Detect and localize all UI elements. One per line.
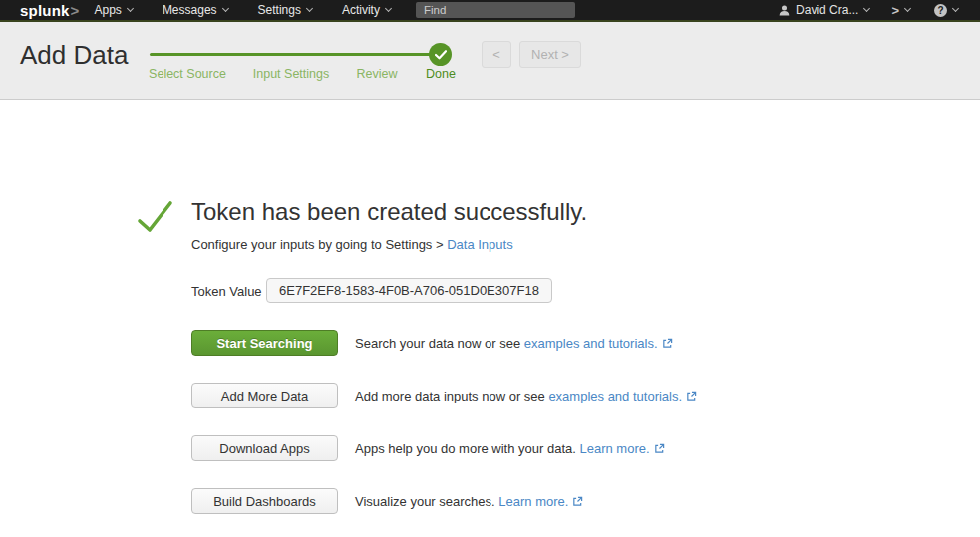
chevron-down-icon — [222, 5, 229, 12]
chevron-down-icon — [127, 5, 134, 12]
back-button[interactable]: < — [482, 41, 511, 68]
link-label: Learn more. — [498, 494, 568, 509]
action-description: Apps help you do more with your data. Le… — [355, 441, 665, 456]
nav-menu-activity-label: Activity — [342, 3, 380, 17]
examples-tutorials-link[interactable]: examples and tutorials. — [524, 336, 673, 351]
token-value-text: 6E7F2EF8-1583-4F0B-A706-051D0E307F18 — [279, 283, 539, 298]
user-menu[interactable]: David Cra... — [768, 3, 879, 17]
stepper-done-node — [429, 43, 452, 66]
learn-more-link[interactable]: Learn more. — [498, 494, 583, 509]
step-review[interactable]: Review — [357, 67, 398, 81]
help-icon: ? — [934, 4, 947, 17]
action-description: Search your data now or see examples and… — [355, 336, 673, 351]
link-label: Learn more. — [579, 441, 649, 456]
find-search-input[interactable] — [416, 2, 575, 18]
action-description-text: Add more data inputs now or see — [355, 389, 548, 403]
quick-links-menu[interactable]: > — [879, 3, 922, 18]
user-name: David Cra... — [796, 3, 858, 17]
nav-menu-settings-label: Settings — [258, 3, 301, 17]
data-inputs-link[interactable]: Data Inputs — [447, 237, 513, 252]
external-link-icon — [662, 338, 673, 349]
token-value-label: Token Value — [191, 284, 262, 299]
chevron-down-icon — [952, 5, 959, 12]
action-description: Add more data inputs now or see examples… — [355, 389, 697, 403]
user-icon — [778, 4, 791, 17]
step-input-settings[interactable]: Input Settings — [253, 67, 329, 81]
external-link-icon — [572, 496, 583, 507]
add-more-data-button[interactable]: Add More Data — [191, 383, 338, 408]
chevron-down-icon — [306, 5, 313, 12]
start-searching-button[interactable]: Start Searching — [191, 330, 338, 356]
nav-menu-activity[interactable]: Activity — [327, 0, 406, 20]
action-description-text: Search your data now or see — [355, 336, 524, 351]
step-done[interactable]: Done — [426, 67, 456, 81]
action-row-download-apps: Download Apps Apps help you do more with… — [191, 435, 338, 461]
top-navbar: splunk> Apps Messages Settings Activity — [0, 0, 980, 22]
token-value-field[interactable]: 6E7F2EF8-1583-4F0B-A706-051D0E307F18 — [266, 278, 552, 303]
page-header: Add Data Select Source Input Settings Re… — [0, 22, 980, 100]
main-content: Token has been created successfully. Con… — [0, 100, 980, 536]
link-label: examples and tutorials. — [524, 336, 658, 351]
action-description-text: Apps help you do more with your data. — [355, 441, 579, 456]
configure-text: Configure your inputs by going to Settin… — [191, 237, 447, 252]
splunk-logo-text: splunk — [20, 2, 70, 19]
learn-more-link[interactable]: Learn more. — [579, 441, 664, 456]
success-check-icon — [136, 197, 175, 237]
chevron-down-icon — [863, 5, 870, 12]
download-apps-button[interactable]: Download Apps — [191, 435, 338, 461]
next-button[interactable]: Next > — [519, 41, 581, 68]
examples-tutorials-link[interactable]: examples and tutorials. — [548, 389, 697, 403]
check-icon — [435, 50, 447, 60]
nav-menu-apps[interactable]: Apps — [80, 0, 148, 20]
page-title: Add Data — [20, 40, 128, 71]
build-dashboards-button[interactable]: Build Dashboards — [191, 488, 338, 514]
splunk-logo[interactable]: splunk> — [20, 2, 80, 19]
help-menu[interactable]: ? — [922, 4, 970, 17]
splunk-gt-icon: > — [891, 3, 899, 18]
nav-menu-messages-label: Messages — [163, 3, 217, 17]
navbar-right-group: David Cra... > ? — [768, 3, 970, 18]
action-description: Visualize your searches. Learn more. — [355, 494, 583, 509]
nav-menu-settings[interactable]: Settings — [243, 0, 327, 20]
link-label: examples and tutorials. — [548, 389, 682, 403]
chevron-down-icon — [904, 5, 911, 12]
splunk-logo-chevron-icon: > — [71, 2, 80, 19]
action-description-text: Visualize your searches. — [355, 494, 498, 509]
success-heading: Token has been created successfully. — [191, 198, 587, 226]
nav-menu-apps-label: Apps — [95, 3, 122, 17]
stepper-progress-line — [150, 53, 437, 56]
configure-instructions: Configure your inputs by going to Settin… — [191, 237, 513, 252]
nav-menu-messages[interactable]: Messages — [148, 0, 243, 20]
external-link-icon — [686, 391, 697, 402]
action-row-build-dashboards: Build Dashboards Visualize your searches… — [191, 488, 338, 514]
external-link-icon — [654, 443, 665, 454]
splunk-window: splunk> Apps Messages Settings Activity — [0, 0, 980, 537]
chevron-down-icon — [385, 5, 392, 12]
step-select-source[interactable]: Select Source — [149, 67, 226, 81]
action-row-start-searching: Start Searching Search your data now or … — [191, 330, 338, 356]
action-row-add-more-data: Add More Data Add more data inputs now o… — [191, 383, 338, 408]
